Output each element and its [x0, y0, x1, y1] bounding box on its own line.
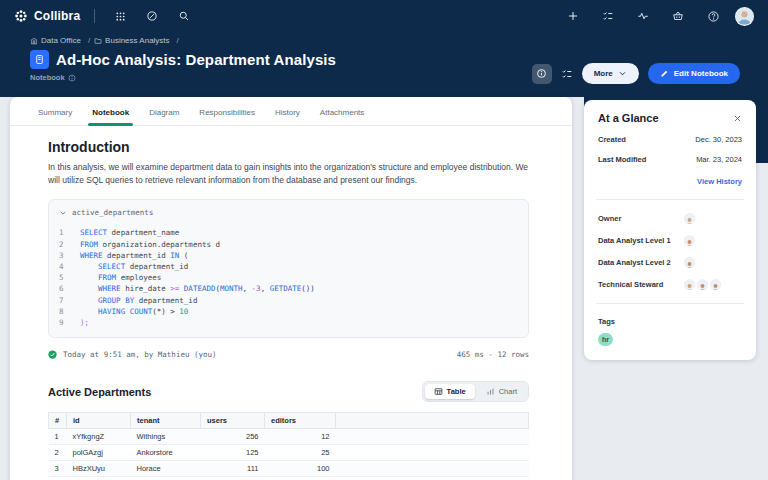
tag-list: hr [598, 333, 742, 346]
chart-view-button[interactable]: Chart [477, 384, 526, 399]
cell: 256 [201, 429, 265, 445]
code-token: (*) > [152, 307, 179, 316]
tab-diagram[interactable]: Diagram [149, 97, 179, 125]
role-label: Data Analyst Level 2 [598, 258, 684, 267]
search-icon[interactable] [171, 5, 197, 27]
code-line: 3WHERE department_id IN ( [59, 250, 518, 261]
breadcrumb-business-analysts[interactable]: Business Analysts [94, 36, 179, 45]
code-token: ( [179, 251, 188, 260]
breadcrumb-data-office[interactable]: Data Office [30, 36, 90, 45]
tab-responsibilities[interactable]: Responsibilities [199, 97, 255, 125]
page-header: Data Office Business Analysts Ad-Hoc Ana… [30, 36, 740, 82]
edit-notebook-button[interactable]: Edit Notebook [648, 63, 740, 84]
code-token: WHERE [98, 284, 121, 293]
sql-code[interactable]: 1SELECT department_name2FROM organizatio… [59, 227, 518, 328]
divider [596, 303, 744, 304]
notebook-asset-icon [30, 50, 49, 69]
apps-grid-icon[interactable] [107, 5, 133, 27]
tag-hr[interactable]: hr [598, 333, 613, 346]
table-view-button[interactable]: Table [425, 384, 475, 399]
info-icon[interactable] [68, 74, 76, 82]
divider [596, 199, 744, 200]
code-token: FROM [98, 273, 116, 282]
code-token: WHERE [80, 251, 103, 260]
view-history-link[interactable]: View History [598, 177, 742, 186]
code-line-text: ); [80, 317, 89, 328]
at-a-glance-title: At a Glance [598, 112, 659, 124]
code-token: , [243, 284, 252, 293]
success-check-icon [48, 350, 57, 359]
create-plus-icon[interactable] [560, 5, 586, 27]
code-token: DATEADD [184, 284, 216, 293]
code-token: IN [170, 251, 179, 260]
role-avatars [684, 257, 695, 268]
help-icon[interactable] [700, 5, 726, 27]
cell-filler [336, 429, 529, 445]
user-avatar[interactable] [735, 7, 754, 26]
avatar[interactable] [684, 235, 695, 246]
top-navigation-bar: Collibra [0, 0, 768, 32]
avatar[interactable] [684, 279, 695, 290]
line-number: 3 [59, 250, 71, 261]
brand-name: Collibra [34, 9, 80, 23]
folder-icon [94, 37, 102, 45]
cell: 3 [49, 461, 67, 477]
role-owner: Owner [598, 213, 742, 224]
code-token [80, 262, 98, 271]
sql-cell-header[interactable]: active_departments [59, 208, 518, 217]
code-line: 9); [59, 317, 518, 328]
field-label: Last Modified [598, 155, 646, 164]
line-number: 5 [59, 272, 71, 283]
breadcrumb-label: Data Office [41, 36, 81, 45]
close-icon[interactable] [733, 114, 742, 123]
collibra-logo[interactable]: Collibra [14, 9, 80, 23]
cell: 125 [201, 445, 265, 461]
code-line-text: HAVING COUNT(*) > 10 [80, 306, 188, 317]
code-token: department_id [125, 262, 188, 271]
table-icon [434, 387, 443, 396]
cell-filler [336, 461, 529, 477]
code-line: 1SELECT department_name [59, 227, 518, 238]
role-avatars [684, 279, 721, 290]
details-info-button[interactable] [532, 64, 552, 84]
toggle-label: Chart [499, 387, 517, 396]
code-token [80, 273, 98, 282]
run-meta-text: 465 ms - 12 rows [457, 350, 529, 359]
chart-icon [486, 387, 495, 396]
tab-notebook[interactable]: Notebook [92, 97, 129, 125]
basket-icon[interactable] [665, 5, 691, 27]
code-token: ()) [301, 284, 315, 293]
table-row: 3HBzXUyuHorace111100 [49, 461, 529, 477]
tasks-icon[interactable] [595, 5, 621, 27]
at-a-glance-panel: At a Glance Created Dec. 30, 2023 Last M… [584, 100, 756, 360]
compass-browse-icon[interactable] [139, 5, 165, 27]
tab-history[interactable]: History [275, 97, 300, 125]
avatar[interactable] [684, 257, 695, 268]
cell: 111 [201, 461, 265, 477]
checklist-icon[interactable] [561, 68, 573, 80]
avatar[interactable] [684, 213, 695, 224]
code-line-text: WHERE department_id IN ( [80, 250, 188, 261]
code-token [80, 307, 98, 316]
code-token: SELECT [80, 228, 107, 237]
tab-summary[interactable]: Summary [38, 97, 72, 125]
code-token: GETDATE [270, 284, 302, 293]
field-label: Created [598, 135, 626, 144]
role-label: Data Analyst Level 1 [598, 236, 684, 245]
code-line: 6 WHERE hire_date >= DATEADD(MONTH, -3, … [59, 283, 518, 294]
role-data-analyst-level-2: Data Analyst Level 2 [598, 257, 742, 268]
collibra-logo-icon [14, 9, 28, 23]
avatar[interactable] [697, 279, 708, 290]
code-token: hire_date [121, 284, 171, 293]
code-line-text: FROM employees [80, 272, 161, 283]
code-token: department_id [134, 296, 197, 305]
code-token: -3 [252, 284, 261, 293]
sql-cell: active_departments 1SELECT department_na… [48, 199, 529, 338]
avatar[interactable] [710, 279, 721, 290]
code-token: HAVING [98, 307, 125, 316]
column-header-editors: editors [265, 413, 336, 429]
activity-icon[interactable] [630, 5, 656, 27]
more-button[interactable]: More [582, 63, 639, 84]
responsibilities-list: OwnerData Analyst Level 1Data Analyst Le… [598, 213, 742, 290]
tab-attachments[interactable]: Attachments [320, 97, 364, 125]
